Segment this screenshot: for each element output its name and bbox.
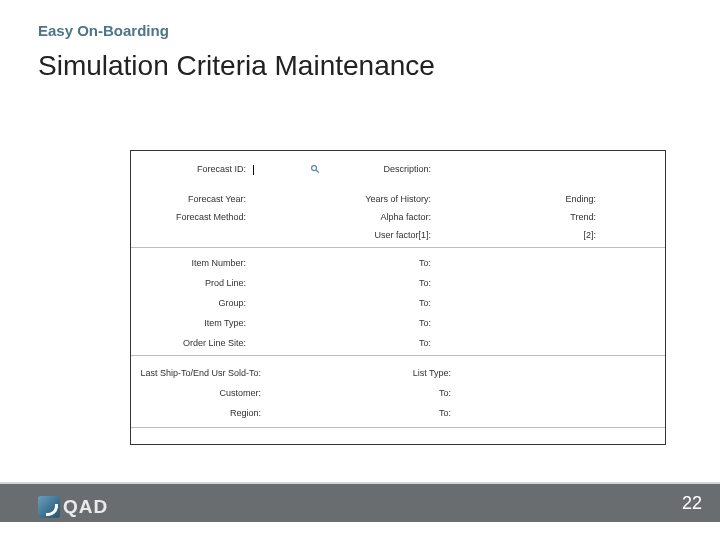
- qad-logo-mark-icon: [38, 496, 60, 518]
- slide-title: Simulation Criteria Maintenance: [38, 50, 435, 82]
- label-group: Group:: [218, 298, 246, 308]
- svg-line-1: [316, 170, 319, 173]
- label-to-6: To:: [439, 388, 451, 398]
- eyebrow-label: Easy On-Boarding: [38, 22, 169, 39]
- label-to-3: To:: [419, 298, 431, 308]
- label-last-ship-to: Last Ship-To/End Usr Sold-To:: [140, 368, 261, 378]
- label-to-2: To:: [419, 278, 431, 288]
- label-to-5: To:: [419, 338, 431, 348]
- label-forecast-id: Forecast ID:: [197, 164, 246, 174]
- svg-point-0: [312, 166, 317, 171]
- label-prod-line: Prod Line:: [205, 278, 246, 288]
- label-forecast-year: Forecast Year:: [188, 194, 246, 204]
- page-number: 22: [682, 493, 702, 514]
- label-forecast-method: Forecast Method:: [176, 212, 246, 222]
- lookup-icon[interactable]: [310, 160, 320, 178]
- label-to-1: To:: [419, 258, 431, 268]
- label-to-7: To:: [439, 408, 451, 418]
- label-customer: Customer:: [219, 388, 261, 398]
- label-order-line-site: Order Line Site:: [183, 338, 246, 348]
- label-item-number: Item Number:: [191, 258, 246, 268]
- label-trend: Trend:: [570, 212, 596, 222]
- label-years-history: Years of History:: [365, 194, 431, 204]
- label-list-type: List Type:: [413, 368, 451, 378]
- separator-1: [131, 247, 665, 248]
- form-screenshot: Forecast ID: Description: Forecast Year:…: [130, 150, 666, 445]
- slide: Easy On-Boarding Simulation Criteria Mai…: [0, 0, 720, 540]
- label-user-factor1: User factor[1]:: [374, 230, 431, 240]
- label-to-4: To:: [419, 318, 431, 328]
- label-alpha-factor: Alpha factor:: [380, 212, 431, 222]
- label-user-factor2: [2]:: [583, 230, 596, 240]
- forecast-id-field[interactable]: [251, 161, 254, 179]
- separator-3: [131, 427, 665, 428]
- label-ending: Ending:: [565, 194, 596, 204]
- label-description: Description:: [383, 164, 431, 174]
- qad-logo-text: QAD: [63, 496, 108, 518]
- qad-logo: QAD: [38, 496, 108, 518]
- label-region: Region:: [230, 408, 261, 418]
- separator-2: [131, 355, 665, 356]
- label-item-type: Item Type:: [204, 318, 246, 328]
